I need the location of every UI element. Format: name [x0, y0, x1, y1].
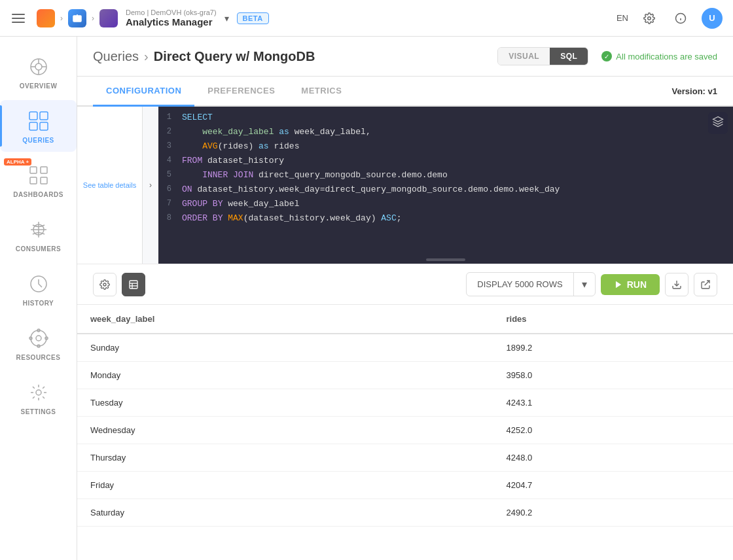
cell-week-day-label: Friday [77, 472, 493, 499]
tab-metrics[interactable]: METRICS [288, 77, 355, 107]
svg-point-24 [36, 336, 41, 341]
code-lines: 1 SELECT 2 week_day_label as week_day_la… [158, 107, 733, 232]
svg-rect-18 [41, 177, 47, 184]
gear-icon [643, 12, 655, 24]
svg-point-1 [648, 16, 651, 20]
alpha-badge: ALPHA + [4, 158, 31, 166]
display-rows-label: DISPLAY 5000 ROWS [467, 274, 573, 294]
code-line-8: 8 ORDER BY MAX(dataset_history.week_day)… [158, 213, 733, 227]
table-header-row: week_day_label rides [77, 305, 733, 334]
download-button[interactable] [665, 273, 688, 296]
sidebar-label-resources: RESOURCES [16, 354, 61, 361]
run-button[interactable]: RUN [601, 274, 660, 295]
scroll-indicator [426, 258, 465, 261]
history-icon [26, 271, 52, 297]
navbar-right: EN U [617, 8, 723, 29]
svg-rect-11 [29, 112, 37, 120]
code-line-5: 5 INNER JOIN direct_query_mongodb_source… [158, 169, 733, 184]
sidebar-label-overview: OVERVIEW [20, 82, 58, 90]
breadcrumb: Queries › Direct Query w/ MongoDB [93, 49, 315, 64]
breadcrumb-parent[interactable]: Queries [93, 49, 139, 64]
sidebar-label-history: HISTORY [23, 300, 54, 307]
display-rows-select[interactable]: DISPLAY 5000 ROWS ▾ [466, 272, 595, 296]
display-rows-arrow[interactable]: ▾ [573, 273, 595, 296]
sidebar-label-consumers: CONSUMERS [16, 245, 62, 253]
col-header-rides: rides [493, 305, 733, 334]
tab-configuration[interactable]: CONFIGURATION [93, 77, 194, 107]
table-row: Thursday4248.0 [77, 444, 733, 472]
overview-icon [26, 54, 52, 80]
sidebar-item-resources[interactable]: RESOURCES [0, 317, 77, 369]
dashboards-icon [26, 162, 52, 188]
settings-query-button[interactable] [93, 273, 116, 296]
app-title: Analytics Manager [126, 16, 217, 27]
col-header-week-day-label: week_day_label [77, 305, 493, 334]
language-selector[interactable]: EN [617, 13, 628, 23]
breadcrumb-separator: › [144, 49, 149, 64]
editor-toggle[interactable]: › [143, 107, 158, 264]
settings-button[interactable] [639, 8, 660, 29]
table-view-button[interactable] [122, 273, 145, 296]
code-line-2: 2 week_day_label as week_day_label, [158, 126, 733, 141]
sql-view-button[interactable]: SQL [550, 48, 588, 65]
cell-week-day-label: Saturday [77, 499, 493, 527]
editor-overlay-button[interactable] [708, 112, 728, 134]
sidebar-item-dashboards[interactable]: ALPHA + DASHBOARDS [0, 154, 77, 206]
version-value: v1 [708, 86, 717, 96]
sidebar-item-overview[interactable]: OVERVIEW [0, 46, 77, 97]
tabs-bar: CONFIGURATION PREFERENCES METRICS Versio… [77, 77, 733, 107]
queries-icon [26, 108, 52, 134]
sidebar-item-queries[interactable]: QUERIES [0, 100, 77, 152]
cell-rides: 4248.0 [493, 444, 733, 472]
app-dropdown-button[interactable]: ▾ [222, 10, 232, 26]
code-editor[interactable]: 1 SELECT 2 week_day_label as week_day_la… [158, 107, 733, 264]
table-details-button[interactable]: See table details [77, 107, 143, 264]
share-icon [700, 279, 711, 290]
app-cube-icon [68, 9, 86, 27]
results-table: week_day_label rides Sunday1899.2Monday3… [77, 305, 733, 527]
svg-rect-0 [73, 16, 81, 22]
analytics-icon [99, 9, 118, 27]
svg-rect-16 [41, 167, 47, 173]
hamburger-button[interactable] [10, 8, 31, 29]
cell-rides: 4243.1 [493, 389, 733, 417]
svg-marker-30 [713, 117, 723, 122]
cell-week-day-label: Sunday [77, 334, 493, 362]
avatar[interactable]: U [702, 8, 723, 29]
info-button[interactable] [670, 8, 691, 29]
cell-rides: 3958.0 [493, 362, 733, 389]
table-row: Saturday2490.2 [77, 499, 733, 527]
sidebar-item-consumers[interactable]: CONSUMERS [0, 209, 77, 260]
code-line-4: 4 FROM dataset_history [158, 155, 733, 169]
cell-rides: 4204.7 [493, 472, 733, 499]
settings-icon [26, 379, 52, 406]
save-status: All modifications are saved [601, 51, 717, 61]
share-button[interactable] [694, 273, 717, 296]
download-icon [671, 279, 682, 290]
visual-view-button[interactable]: VISUAL [498, 48, 550, 65]
sidebar-item-settings[interactable]: SETTINGS [0, 372, 77, 423]
query-toolbar: DISPLAY 5000 ROWS ▾ RUN [77, 264, 733, 305]
cell-week-day-label: Thursday [77, 444, 493, 472]
sidebar-item-history[interactable]: HISTORY [0, 263, 77, 315]
sidebar-label-queries: QUERIES [22, 137, 54, 144]
consumers-icon [26, 217, 52, 243]
header-right: VISUAL SQL All modifications are saved [497, 47, 717, 65]
code-line-6: 6 ON dataset_history.week_day=direct_que… [158, 184, 733, 198]
content-area: Queries › Direct Query w/ MongoDB VISUAL… [77, 37, 733, 560]
navbar: › › Demo | DemOVH (oks-gra7) Analytics M… [0, 0, 733, 37]
svg-rect-12 [40, 112, 48, 120]
tabs: CONFIGURATION PREFERENCES METRICS [93, 77, 355, 105]
svg-rect-17 [30, 177, 37, 184]
cell-rides: 4252.0 [493, 417, 733, 444]
toolbar-left [93, 273, 145, 296]
play-icon [614, 280, 623, 289]
cell-rides: 1899.2 [493, 334, 733, 362]
cell-rides: 2490.2 [493, 499, 733, 527]
table-body: Sunday1899.2Monday3958.0Tuesday4243.1Wed… [77, 334, 733, 527]
beta-badge: BETA [237, 12, 269, 24]
svg-point-23 [31, 330, 46, 346]
save-status-icon [601, 51, 612, 61]
tab-preferences[interactable]: PREFERENCES [194, 77, 288, 107]
editor-toggle-icon: › [149, 181, 152, 190]
